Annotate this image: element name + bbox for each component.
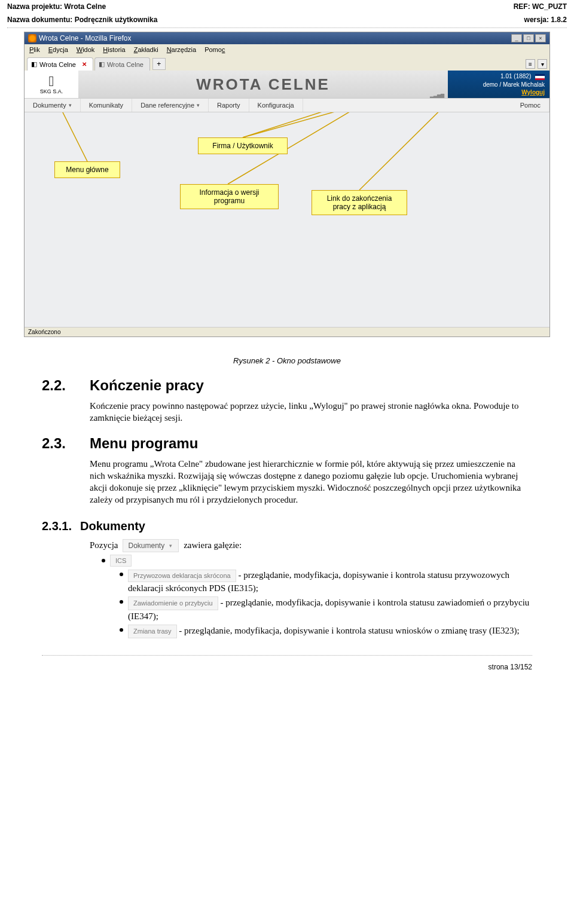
section-2-2-heading: 2.2. Kończenie pracy	[42, 377, 532, 394]
pds-chip[interactable]: Przywozowa deklaracja skrócona	[128, 570, 236, 582]
app-version: 1.01 (1882)	[500, 73, 531, 79]
tab-label: Wrota Celne	[107, 61, 144, 68]
app-logo: 𓀠 SKG S.A.	[25, 71, 78, 98]
user-panel: 1.01 (1882) demo / Marek Michalak Wylogu…	[448, 71, 549, 98]
app-header: 𓀠 SKG S.A. WROTA CELNE ▂▃▅▆ 1.01 (1882) …	[25, 71, 549, 99]
callout-firm-user: Firma / Użytkownik	[198, 137, 288, 154]
menu-widok[interactable]: Widok	[77, 46, 95, 53]
callout-logout-link: Link do zakończenia pracy z aplikacją	[312, 190, 407, 215]
logo-text: SKG S.A.	[40, 88, 63, 94]
tab-list-button[interactable]: ≡	[526, 59, 535, 69]
pozycja-label: Pozycja	[90, 540, 118, 550]
section-number: 2.3.	[42, 435, 78, 452]
section-2-3-heading: 2.3. Menu programu	[42, 435, 532, 452]
app-menu-dokumenty[interactable]: Dokumenty▾	[25, 99, 81, 112]
tab-dropdown-button[interactable]: ▾	[538, 59, 547, 69]
tab-icon: ◧	[31, 60, 37, 68]
callout-main-menu: Menu główne	[54, 161, 120, 178]
logo-icon: 𓀠	[49, 74, 54, 88]
pds-row: Przywozowa deklaracja skrócona - przeglą…	[120, 569, 532, 594]
bullet-icon	[102, 559, 105, 562]
ics-row: ICS	[102, 555, 532, 567]
ics-chip[interactable]: ICS	[110, 555, 132, 567]
menu-historia[interactable]: Historia	[103, 46, 125, 53]
header-separator	[7, 27, 567, 28]
doc-header-row-1: Nazwa projektu: Wrota Celne REF: WC_PUZT	[0, 0, 574, 13]
app-menu-pomoc[interactable]: Pomoc	[512, 99, 549, 112]
flag-icon[interactable]	[535, 74, 545, 80]
bullet-icon	[120, 628, 123, 632]
doc-label: Nazwa dokumentu:	[7, 16, 72, 24]
app-menu-konfiguracja[interactable]: Konfiguracja	[249, 99, 303, 112]
browser-window: Wrota Celne - Mozilla Firefox _ □ × Plik…	[24, 32, 550, 337]
menu-plik[interactable]: Plik	[29, 46, 40, 53]
ver-label: wersja:	[524, 16, 549, 24]
svg-line-0	[57, 112, 87, 161]
tab-icon: ◧	[99, 60, 105, 68]
branches-block: Pozycja Dokumenty ▾ zawiera gałęzie: ICS…	[90, 539, 532, 638]
document-body: Rysunek 2 - Okno podstawowe 2.2. Kończen…	[0, 343, 574, 653]
bullet-icon	[120, 600, 123, 604]
new-tab-button[interactable]: +	[152, 58, 166, 70]
ref-value: WC_PUZT	[532, 2, 567, 11]
doc-header-row-2: Nazwa dokumentu: Podręcznik użytkownika …	[0, 13, 574, 26]
section-number: 2.2.	[42, 377, 78, 394]
tab-inactive[interactable]: ◧ Wrota Celne	[94, 57, 150, 71]
zop-chip[interactable]: Zawiadomienie o przybyciu	[128, 596, 218, 610]
project-label: Nazwa projektu:	[7, 2, 62, 11]
close-window-button[interactable]: ×	[535, 34, 546, 42]
tab-active[interactable]: ◧ Wrota Celne ✕	[27, 57, 93, 71]
menu-narzedzia[interactable]: Narzędzia	[167, 46, 197, 53]
chevron-down-icon: ▾	[169, 543, 172, 549]
dokumenty-chip[interactable]: Dokumenty ▾	[123, 539, 179, 552]
browser-statusbar: Zakończono	[25, 328, 549, 336]
zt-chip[interactable]: Zmiana trasy	[128, 625, 177, 638]
svg-line-2	[243, 112, 461, 137]
user-name: demo / Marek Michalak	[453, 81, 545, 88]
menu-edycja[interactable]: Edycja	[48, 46, 68, 53]
maximize-button[interactable]: □	[523, 34, 534, 42]
doc-value: Podręcznik użytkownika	[75, 16, 158, 24]
window-title: Wrota Celne - Mozilla Firefox	[39, 34, 132, 42]
svg-line-4	[359, 112, 467, 190]
tab-label: Wrota Celne	[39, 61, 76, 68]
menu-zakladki[interactable]: Zakładki	[134, 46, 158, 53]
browser-menubar: Plik Edycja Widok Historia Zakładki Narz…	[25, 44, 549, 55]
app-canvas: Menu główne Firma / Użytkownik Informacj…	[25, 112, 549, 328]
ver-value: 1.8.2	[551, 16, 567, 24]
status-text: Zakończono	[28, 329, 60, 335]
app-menu-raporty[interactable]: Raporty	[209, 99, 249, 112]
section-2-3-body: Menu programu „Wrota Celne" zbudowane je…	[90, 458, 532, 506]
subsection-title: Dokumenty	[80, 519, 145, 533]
brand-text: WROTA CELNE	[196, 75, 330, 94]
section-2-3-1-heading: 2.3.1. Dokumenty	[42, 519, 532, 533]
figure-caption: Rysunek 2 - Okno podstawowe	[42, 356, 532, 365]
menu-pomoc[interactable]: Pomoc	[204, 46, 225, 53]
minimize-button[interactable]: _	[511, 34, 522, 42]
app-menu-dane-referencyjne[interactable]: Dane referencyjne▾	[132, 99, 209, 112]
subsection-number: 2.3.1.	[42, 519, 72, 533]
zt-text: - przeglądanie, modyfikacja, dopisywanie…	[179, 626, 519, 635]
page-footer: strona 13/152	[0, 658, 574, 676]
app-menu: Dokumenty▾ Komunikaty Dane referencyjne▾…	[25, 99, 549, 112]
footer-separator	[42, 655, 532, 656]
logout-link[interactable]: Wyloguj	[521, 89, 545, 96]
firefox-icon	[28, 34, 36, 42]
app-brand: WROTA CELNE ▂▃▅▆	[78, 71, 448, 98]
project-value: Wrota Celne	[64, 2, 106, 11]
tab-close-icon[interactable]: ✕	[82, 61, 87, 68]
chevron-down-icon: ▾	[197, 102, 200, 108]
section-title: Kończenie pracy	[90, 377, 204, 394]
browser-tabs: ◧ Wrota Celne ✕ ◧ Wrota Celne + ≡ ▾	[25, 55, 549, 71]
section-2-2-body: Kończenie pracy powinno następować poprz…	[90, 400, 532, 424]
chip-label: Dokumenty	[128, 541, 164, 550]
pozycja-row: Pozycja Dokumenty ▾ zawiera gałęzie:	[90, 539, 532, 552]
app-menu-komunikaty[interactable]: Komunikaty	[81, 99, 132, 112]
callout-version-info: Informacja o wersji programu	[180, 184, 279, 209]
chevron-down-icon: ▾	[69, 102, 72, 108]
bullet-icon	[120, 573, 123, 576]
brand-decor: ▂▃▅▆	[430, 93, 444, 98]
section-title: Menu programu	[90, 435, 198, 452]
ref-label: REF:	[514, 2, 530, 11]
zop-row: Zawiadomienie o przybyciu - przeglądanie…	[120, 596, 532, 622]
